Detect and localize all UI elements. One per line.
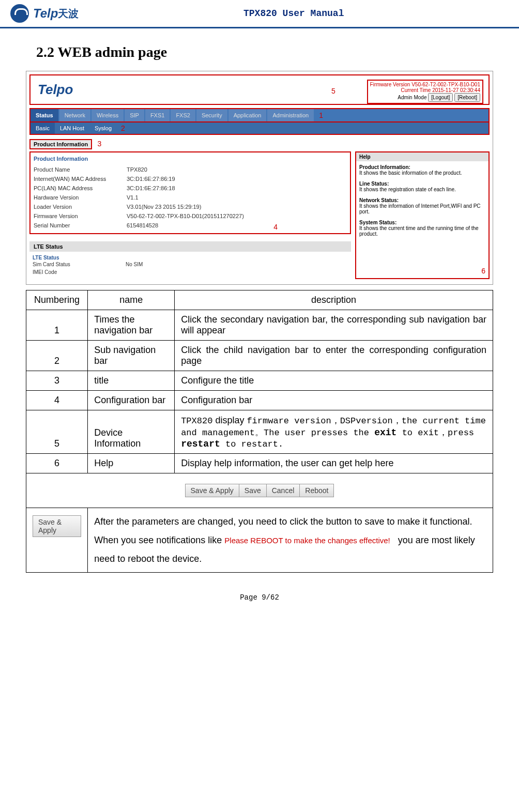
save-apply-single-button[interactable]: Save & Apply [33, 515, 81, 537]
lte-status-head: LTE Status [29, 241, 351, 252]
nav-status[interactable]: Status [30, 109, 58, 121]
product-info-title: Product Information [29, 139, 92, 149]
th-name: name [88, 290, 175, 310]
row4-name: Configuration bar [88, 391, 175, 410]
reboot-notice: Please REBOOT to make the changes effect… [224, 536, 390, 545]
row5-desc: TPX820 display firmware version，DSPversi… [175, 410, 493, 454]
screenshot-figure: 5 Telpo Firmware Version V50-62-T2-002-T… [26, 71, 493, 285]
row4-num: 4 [26, 391, 88, 410]
save-apply-cell: Save & Apply [26, 508, 88, 573]
row-label: PC(LAN) MAC Address [34, 185, 127, 191]
marker-2: 2 [121, 124, 125, 132]
row-value: No SIM [126, 262, 143, 267]
help-title: Network Status: [359, 197, 485, 203]
product-row: Internet(WAN) MAC Address3C:D1:6E:27:86:… [34, 174, 347, 183]
row-value: V3.01(Nov 23 2015 15:29:19) [127, 204, 201, 210]
nav-fxs1[interactable]: FXS1 [145, 109, 170, 121]
time-line: Current Time 2015-11-27 02:30:44 [370, 87, 480, 93]
product-row: Loader VersionV3.01(Nov 23 2015 15:29:19… [34, 202, 347, 211]
row-label: Serial Number [34, 222, 127, 228]
product-row: Product NameTPX820 [34, 165, 347, 174]
help-title: Line Status: [359, 181, 485, 187]
save-apply-description: After the parameters are changed, you ne… [88, 508, 493, 573]
product-row: Hardware VersionV1.1 [34, 193, 347, 202]
th-numbering: Numbering [26, 290, 88, 310]
help-panel: Help Product Information:It shows the ba… [355, 151, 490, 279]
row-value: V1.1 [127, 194, 139, 201]
marker-5: 5 [331, 87, 335, 95]
help-block: System Status:It shows the current time … [359, 220, 485, 237]
row4-desc: Configuration bar [175, 391, 493, 410]
logo-text: Telp [33, 6, 58, 21]
reboot-button[interactable]: [Reboot] [454, 93, 480, 102]
row-value: 3C:D1:6E:27:86:19 [127, 176, 175, 182]
row5-name: Device Information [88, 410, 175, 454]
nav-administration[interactable]: Administration [267, 109, 314, 121]
product-info-panel: Product Information Product NameTPX820In… [29, 151, 351, 234]
row3-name: title [88, 371, 175, 391]
row-value: V50-62-T2-002-TPX-B10-D01(201511270227) [127, 213, 244, 219]
row6-num: 6 [26, 454, 88, 473]
help-head: Help [356, 152, 489, 161]
th-description: description [175, 290, 493, 310]
admin-mode-label: Admin Mode [398, 95, 426, 100]
help-title: System Status: [359, 220, 485, 225]
doc-title: TPX820 User Manual [79, 8, 509, 19]
legend-table: Numbering name description 1 Times the n… [26, 290, 493, 573]
row-value: TPX820 [127, 166, 147, 173]
nav-application[interactable]: Application [228, 109, 267, 121]
row-label: IMEI Code [33, 269, 126, 275]
marker-4: 4 [273, 223, 278, 231]
row3-num: 3 [26, 371, 88, 391]
row3-desc: Configure the title [175, 371, 493, 391]
help-block: Network Status:It shows the information … [359, 197, 485, 215]
logo-icon [10, 4, 29, 23]
firmware-line: Firmware Version V50-62-T2-002-TPX-B10-D… [370, 82, 480, 87]
product-info-subtitle: Product Information [34, 156, 347, 162]
row-label: Hardware Version [34, 194, 127, 201]
row2-num: 2 [26, 341, 88, 371]
row2-name: Sub navigation bar [88, 341, 175, 371]
nav-wireless[interactable]: Wireless [91, 109, 124, 121]
lte-row: Sim Card StatusNo SIM [33, 261, 348, 268]
nav-security[interactable]: Security [196, 109, 227, 121]
save-button[interactable]: Save [239, 484, 267, 497]
row-label: Product Name [34, 166, 127, 173]
reboot-button-row[interactable]: Reboot [300, 484, 334, 497]
help-title: Product Information: [359, 164, 485, 170]
row6-name: Help [88, 454, 175, 473]
row2-desc: Click the child navigation bar to enter … [175, 341, 493, 371]
help-block: Line Status:It shows the registration st… [359, 181, 485, 192]
help-text: It shows the current time and the runnin… [359, 225, 485, 237]
help-text: It shows the registration state of each … [359, 187, 485, 192]
nav-network[interactable]: Network [59, 109, 90, 121]
save-apply-button[interactable]: Save & Apply [185, 484, 239, 497]
row-label: Internet(WAN) MAC Address [34, 176, 127, 182]
page-footer: Page 9/62 [0, 593, 519, 602]
row1-desc: Click the secondary navigation bar, the … [175, 310, 493, 341]
screenshot-logo: Telpo [36, 80, 75, 100]
button-row-figure: Save & ApplySaveCancelReboot [26, 473, 493, 508]
row-label: Firmware Version [34, 213, 127, 219]
help-block: Product Information:It shows the basic i… [359, 164, 485, 176]
row5-num: 5 [26, 410, 88, 454]
logout-button[interactable]: [Logout] [428, 93, 453, 102]
row1-num: 1 [26, 310, 88, 341]
subnav-lanhost[interactable]: LAN Host [55, 122, 89, 134]
nav-sip[interactable]: SIP [125, 109, 144, 121]
subnav-syslog[interactable]: Syslog [89, 122, 117, 134]
row6-desc: Display help information, the user can g… [175, 454, 493, 473]
document-header: Telp 天波 TPX820 User Manual [0, 0, 519, 28]
sub-nav: Basic LAN Host Syslog 2 [29, 122, 490, 135]
product-row: Serial Number6154814528 [34, 221, 347, 230]
telpo-logo: Telp 天波 [10, 4, 79, 23]
product-row: Firmware VersionV50-62-T2-002-TPX-B10-D0… [34, 211, 347, 221]
subnav-basic[interactable]: Basic [30, 122, 55, 134]
cancel-button[interactable]: Cancel [267, 484, 300, 497]
nav-fxs2[interactable]: FXS2 [171, 109, 195, 121]
row-label: Loader Version [34, 204, 127, 210]
help-text: It shows the basic information of the pr… [359, 170, 485, 176]
lte-status-sub: LTE Status [33, 255, 348, 261]
lte-row: IMEI Code [33, 268, 348, 276]
marker-1: 1 [319, 111, 323, 119]
